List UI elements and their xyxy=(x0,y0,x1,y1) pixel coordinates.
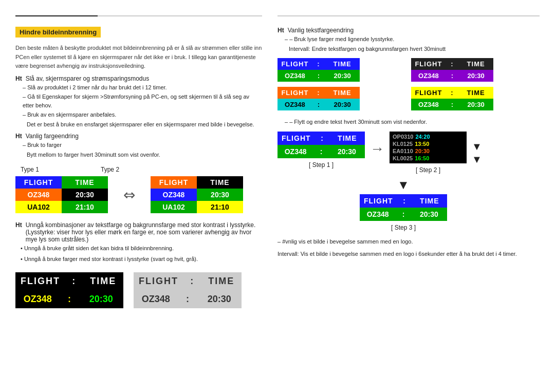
sfp1-header: FLIGHT : TIME xyxy=(278,58,360,70)
lfp2-h-colon: : xyxy=(183,272,201,290)
s3r3: 20:30 xyxy=(411,208,447,221)
bottom-note-2-text: Intervall: Vis et bilde i bevegelse samm… xyxy=(278,251,517,257)
lfp2-header: FLIGHT : TIME xyxy=(134,272,242,290)
right-sub2: Intervall: Endre tekstfargen og bakgrunn… xyxy=(289,45,540,53)
sfp4-r3: 20:30 xyxy=(458,99,493,110)
type2-r1c2: 20:30 xyxy=(197,189,243,201)
avoid-section: Ht Unngå kombinasjoner av tekstfarge og … xyxy=(15,221,262,263)
sfp4-h3: TIME xyxy=(458,87,493,99)
sfp4-r1: OZ348 xyxy=(411,99,446,110)
s3h3: TIME xyxy=(412,194,447,208)
scroll-row-4: KL0025 16:50 xyxy=(393,155,464,162)
sfp3-r2: : xyxy=(312,99,325,110)
step3-panel-header: FLIGHT : TIME xyxy=(360,194,447,208)
step3-label: [ Step 3 ] xyxy=(391,224,416,231)
step1-label: [ Step 1 ] xyxy=(309,161,334,169)
sr1-label: OP0310 xyxy=(393,134,413,140)
section-heading: Hindre bildeinnbrenning xyxy=(15,27,101,38)
sfp-2: FLIGHT : TIME OZ348 : 20:30 xyxy=(411,58,540,82)
lfp2-r1c1: OZ348 xyxy=(134,290,178,308)
ht2-text: Vanlig fargeendring xyxy=(26,133,79,140)
type1-panel: FLIGHT TIME OZ348 20:30 UA102 21:10 xyxy=(15,176,108,213)
type1-row1: OZ348 20:30 xyxy=(15,189,108,201)
ht3-label: Ht xyxy=(15,221,22,229)
sfp3-r3: 20:30 xyxy=(325,99,360,110)
down-arrows-icon: ▼ ▼ xyxy=(472,141,482,165)
sr4-val: 16:50 xyxy=(415,155,429,161)
right-top-divider xyxy=(278,15,540,16)
lfp2-h-flight: FLIGHT xyxy=(134,272,183,290)
down-arrow-2: ▼ xyxy=(472,154,482,165)
right-sub1: – Bruk lyse farger med lignende lysstyrk… xyxy=(285,35,540,44)
step2-label: [ Step 2 ] xyxy=(416,166,440,174)
s1h2: : xyxy=(315,132,330,145)
lfp2-h-time: TIME xyxy=(201,272,242,290)
sfp2-header: FLIGHT : TIME xyxy=(411,58,493,70)
s1r2: : xyxy=(313,145,329,158)
type2-label: Type 2 xyxy=(101,166,119,173)
type1-label: Type 1 xyxy=(21,166,39,173)
sfp4-header: FLIGHT : TIME xyxy=(411,87,493,99)
scroll-row-3: EA0110 20:30 xyxy=(393,147,464,155)
s1h1: FLIGHT xyxy=(278,132,315,145)
double-arrow-icon: ⇔ xyxy=(123,186,135,203)
sfp1-row: OZ348 : 20:30 xyxy=(278,70,360,82)
down-arrow-center-icon: ▼ xyxy=(397,178,410,192)
type2-panel: FLIGHT TIME OZ348 20:30 UA102 21:10 xyxy=(151,176,243,213)
type2-row2: UA102 21:10 xyxy=(151,201,243,213)
type1-r2c1: UA102 xyxy=(15,201,62,213)
type2-header: FLIGHT TIME xyxy=(151,176,243,189)
right-ht1-text: Vanlig tekstfargeendring xyxy=(288,27,354,34)
sr1-val: 24:20 xyxy=(415,134,430,140)
bullet-1-4: Det er best å bruke en ensfarget skjerms… xyxy=(27,120,262,129)
lfp1-h-flight: FLIGHT xyxy=(15,272,65,290)
sr2-val: 13:50 xyxy=(415,141,429,147)
ht2-row: Ht Vanlig fargeendring xyxy=(15,133,262,140)
bullet-2-1: Bruk to farger xyxy=(23,141,262,150)
sfp4-r2: : xyxy=(446,99,458,110)
sfp3-h3: TIME xyxy=(325,87,360,99)
sfp3-row: OZ348 : 20:30 xyxy=(278,99,360,110)
type2-header-time: TIME xyxy=(197,176,243,189)
sfp1-r1: OZ348 xyxy=(278,70,312,82)
type1-header: FLIGHT TIME xyxy=(15,176,108,189)
sr2-label: KL0125 xyxy=(393,141,413,147)
sfp3-r1: OZ348 xyxy=(278,99,312,110)
sfp2-r3: 20:30 xyxy=(458,70,493,82)
left-column: Hindre bildeinnbrenning Den beste måten … xyxy=(15,15,262,308)
sfp2-r2: : xyxy=(446,70,458,82)
lfp1-h-colon: : xyxy=(65,272,83,290)
step1-block: FLIGHT : TIME OZ348 : 20:30 [ Step 1 ] xyxy=(278,132,365,171)
sfp1-h3: TIME xyxy=(325,58,360,70)
step2-scroll-panel: OP0310 24:20 KL0125 13:50 EA0110 20:30 K… xyxy=(390,132,467,163)
lfp1-h-time: TIME xyxy=(83,272,123,290)
ht1-text: Slå av, skjermsparer og strømsparingsmod… xyxy=(26,75,150,82)
s3r2: : xyxy=(396,208,411,221)
s1r1: OZ348 xyxy=(278,145,313,158)
bullet-2-2: Bytt mellom to farger hvert 30minutt som… xyxy=(27,151,262,159)
sr4-label: KL0025 xyxy=(393,155,413,161)
sr3-label: EA0110 xyxy=(393,148,413,154)
ht1-label: Ht xyxy=(15,75,22,82)
s1r3: 20:30 xyxy=(329,145,365,158)
s3h1: FLIGHT xyxy=(360,194,397,208)
step1-panel-row: OZ348 : 20:30 xyxy=(278,145,365,158)
sfp2-r1: OZ348 xyxy=(411,70,446,82)
sfp1-r2: : xyxy=(312,70,325,82)
s1h3: TIME xyxy=(330,132,365,145)
s3r1: OZ348 xyxy=(360,208,396,221)
type2-r2c1: UA102 xyxy=(151,201,197,213)
sfp4-row: OZ348 : 20:30 xyxy=(411,99,493,110)
type2-r1c1: OZ348 xyxy=(151,189,197,201)
type-labels-row: Type 1 Type 2 xyxy=(15,166,262,173)
sfp2-h3: TIME xyxy=(458,58,493,70)
right-ht1-row: Ht Vanlig tekstfargeendring xyxy=(278,27,540,34)
bullet-1-2: Gå til Egenskaper for skjerm >Strømforsy… xyxy=(23,92,262,109)
sfp-4: FLIGHT : TIME OZ348 : 20:30 xyxy=(411,87,540,110)
grid-2x2: FLIGHT : TIME OZ348 : 20:30 FLIGHT : TIM… xyxy=(278,58,540,110)
sfp4-h1: FLIGHT xyxy=(411,87,446,99)
lfp1-r1c3: 20:30 xyxy=(79,290,123,308)
large-panels-row: FLIGHT : TIME OZ348 : 20:30 FLIGHT : TIM… xyxy=(15,272,262,308)
type1-r1c2: 20:30 xyxy=(62,189,108,201)
avoid-bullet-2: • Unngå å bruke farger med stor kontrast… xyxy=(21,255,262,264)
